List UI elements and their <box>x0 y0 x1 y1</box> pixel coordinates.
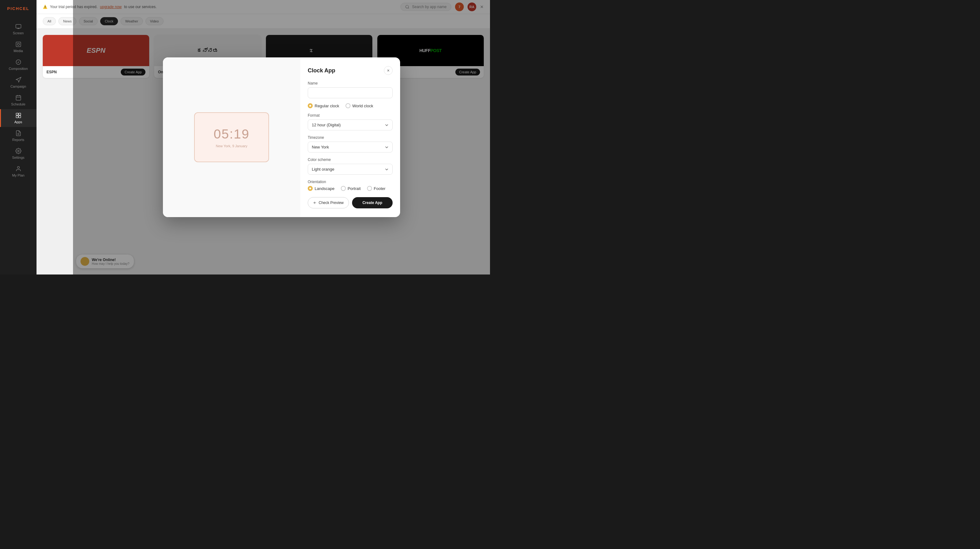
modal-header: Clock App × <box>308 66 393 75</box>
radio-regular-label: Regular clock <box>315 103 339 108</box>
filter-tab-all[interactable]: All <box>43 17 56 25</box>
sidebar-label-screen: Screen <box>13 31 24 35</box>
arrow-left-icon <box>313 201 317 205</box>
active-bar <box>0 109 1 127</box>
radio-portrait[interactable]: Portrait <box>341 186 361 191</box>
svg-rect-0 <box>16 24 21 28</box>
sidebar-item-screen[interactable]: Screen <box>0 20 37 38</box>
name-section: Name <box>308 81 393 98</box>
svg-rect-13 <box>18 116 21 118</box>
radio-footer-label: Footer <box>374 186 386 191</box>
modal-actions: Check Preview Create App <box>308 197 393 208</box>
color-scheme-label: Color scheme <box>308 157 393 162</box>
svg-rect-11 <box>18 113 21 116</box>
sidebar-item-schedule[interactable]: Schedule <box>0 91 37 109</box>
format-select[interactable]: 12 hour (Digital) <box>308 119 393 130</box>
campaign-icon <box>15 77 22 83</box>
modal-title: Clock App <box>308 67 335 74</box>
timezone-label: Timezone <box>308 135 393 140</box>
radio-world-clock[interactable]: World clock <box>345 103 373 108</box>
sidebar-item-composition[interactable]: Composition <box>0 56 37 74</box>
svg-rect-6 <box>16 95 21 100</box>
clock-preview-frame: 05:19 New York, 9 January <box>194 112 269 162</box>
svg-rect-3 <box>16 42 21 47</box>
check-preview-button[interactable]: Check Preview <box>308 197 349 208</box>
sidebar-item-apps[interactable]: Apps <box>0 109 37 127</box>
radio-regular-clock[interactable]: Regular clock <box>308 103 339 108</box>
clock-type-radio-group: Regular clock World clock <box>308 103 393 108</box>
preview-date: New York, 9 January <box>216 144 248 148</box>
radio-world-label: World clock <box>352 103 373 108</box>
brand-logo: PICHCEL <box>4 6 32 11</box>
screen-icon <box>15 24 22 30</box>
espn-name: ESPN <box>46 70 57 74</box>
modal-preview-pane: 05:19 New York, 9 January <box>163 57 300 217</box>
preview-button-label: Check Preview <box>319 201 344 205</box>
sidebar-label-apps: Apps <box>14 120 22 124</box>
radio-landscape[interactable]: Landscape <box>308 186 334 191</box>
sidebar-item-reports[interactable]: Reports <box>0 127 37 145</box>
radio-regular-indicator <box>308 103 313 108</box>
modal-form-pane: Clock App × Name Regular clock <box>300 57 400 217</box>
sidebar-label-composition: Composition <box>9 67 28 70</box>
radio-portrait-indicator <box>341 186 346 191</box>
preview-time: 05:19 <box>213 127 249 141</box>
sidebar-label-reports: Reports <box>12 138 24 141</box>
sidebar-item-campaign[interactable]: Campaign <box>0 74 37 91</box>
sidebar-label-myplan: My Plan <box>12 173 25 177</box>
timezone-select[interactable]: New York <box>308 141 393 152</box>
media-icon <box>15 41 22 48</box>
main-content: ⚠️ Your trial period has expired. upgrad… <box>37 0 490 274</box>
radio-landscape-label: Landscape <box>315 186 334 191</box>
sidebar: PICHCEL Screen Media Composition Campaig… <box>0 0 37 274</box>
sidebar-item-settings[interactable]: Settings <box>0 145 37 162</box>
radio-portrait-label: Portrait <box>348 186 361 191</box>
format-label: Format <box>308 113 393 117</box>
color-scheme-section: Color scheme Light orange <box>308 157 393 175</box>
myplan-icon <box>15 166 22 172</box>
warning-icon: ⚠️ <box>43 5 48 9</box>
orientation-label: Orientation <box>308 180 393 184</box>
sidebar-item-media[interactable]: Media <box>0 38 37 56</box>
modal-overlay: 05:19 New York, 9 January Clock App × Na… <box>73 0 490 274</box>
radio-footer-indicator <box>367 186 372 191</box>
radio-world-indicator <box>345 103 350 108</box>
name-input[interactable] <box>308 87 393 98</box>
radio-footer[interactable]: Footer <box>367 186 386 191</box>
reports-icon <box>15 130 22 136</box>
orientation-section: Orientation Landscape Portrait Footer <box>308 180 393 191</box>
sidebar-label-media: Media <box>14 49 23 53</box>
orientation-radio-group: Landscape Portrait Footer <box>308 186 393 191</box>
svg-rect-10 <box>16 113 18 116</box>
sidebar-label-settings: Settings <box>12 155 25 159</box>
svg-rect-12 <box>16 116 18 118</box>
sidebar-item-myplan[interactable]: My Plan <box>0 162 37 180</box>
svg-point-16 <box>18 150 19 152</box>
clock-type-section: Regular clock World clock <box>308 103 393 108</box>
format-section: Format 12 hour (Digital) <box>308 113 393 130</box>
name-label: Name <box>308 81 393 86</box>
settings-icon <box>15 148 22 154</box>
svg-point-17 <box>17 167 19 169</box>
composition-icon <box>15 59 22 65</box>
svg-point-4 <box>17 43 19 46</box>
schedule-icon <box>15 95 22 101</box>
color-scheme-select[interactable]: Light orange <box>308 164 393 175</box>
create-app-button[interactable]: Create App <box>352 197 393 208</box>
radio-landscape-indicator <box>308 186 313 191</box>
sidebar-label-campaign: Campaign <box>10 84 26 88</box>
timezone-section: Timezone New York <box>308 135 393 152</box>
apps-icon <box>15 112 22 119</box>
sidebar-label-schedule: Schedule <box>11 102 25 106</box>
modal-close-button[interactable]: × <box>384 66 393 75</box>
clock-app-modal: 05:19 New York, 9 January Clock App × Na… <box>163 57 400 217</box>
